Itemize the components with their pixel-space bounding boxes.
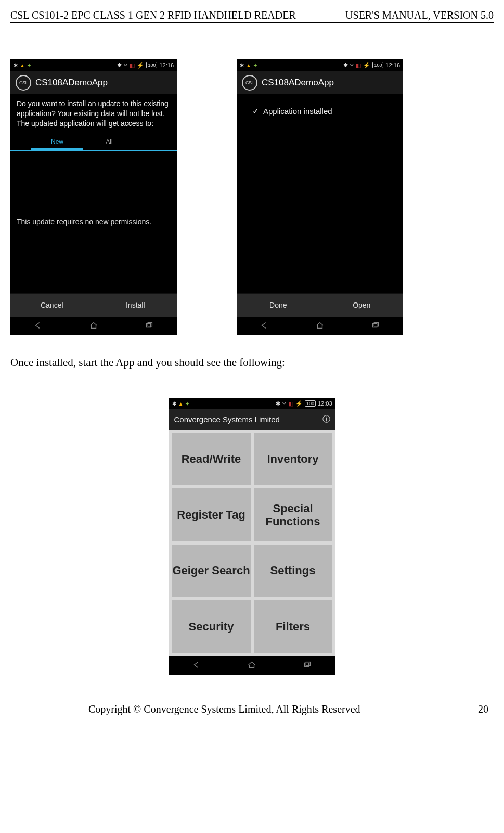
check-icon: ✓ — [252, 106, 259, 116]
status-bar: ✱ ▲ ✦ ✱ ⌔ ◧ ⚡ 100 12:16 — [10, 59, 177, 71]
special-functions-button[interactable]: Special Functions — [254, 488, 332, 541]
screenshot-install-prompt: ✱ ▲ ✦ ✱ ⌔ ◧ ⚡ 100 12:16 CSL CS108ADemoAp… — [10, 59, 177, 335]
status-time: 12:16 — [159, 62, 174, 68]
inventory-button[interactable]: Inventory — [254, 433, 332, 485]
geiger-search-button[interactable]: Geiger Search — [172, 545, 251, 597]
app-title: CS108ADemoApp — [35, 78, 108, 88]
status-bar: ✱ ▲ ✦ ✱ ⌔ ◧ ⚡ 100 12:03 — [169, 398, 335, 409]
install-button[interactable]: Install — [94, 293, 177, 317]
copyright-text: Copyright © Convergence Systems Limited,… — [88, 703, 360, 715]
installed-message: ✓ Application installed — [237, 94, 403, 116]
home-icon[interactable] — [315, 321, 325, 331]
android-icon: ✦ — [253, 62, 257, 68]
home-icon[interactable] — [89, 321, 98, 331]
system-nav-bar — [169, 656, 335, 675]
home-icon[interactable] — [247, 661, 256, 671]
charge-icon: ⚡ — [137, 62, 144, 69]
warning-icon: ▲ — [20, 62, 25, 68]
wifi-icon: ⌔ — [350, 62, 354, 68]
app-header: CSL CS108ADemoApp — [237, 71, 403, 94]
sim-icon: ◧ — [130, 62, 135, 69]
bluetooth-icon: ✱ — [172, 401, 176, 407]
bluetooth-icon: ✱ — [240, 62, 244, 68]
bluetooth-icon: ✱ — [276, 400, 280, 407]
battery-level: 100 — [146, 62, 157, 68]
app-title-bar: Convergence Systems Limited ⓘ — [169, 409, 335, 430]
system-nav-bar — [237, 317, 403, 335]
permissions-text: This update requires no new permissions. — [10, 212, 177, 231]
register-tag-button[interactable]: Register Tag — [172, 488, 251, 541]
android-icon: ✦ — [27, 62, 31, 68]
cancel-button[interactable]: Cancel — [10, 293, 94, 317]
charge-icon: ⚡ — [295, 400, 303, 407]
svg-rect-5 — [306, 662, 310, 665]
charge-icon: ⚡ — [363, 62, 370, 69]
filters-button[interactable]: Filters — [254, 600, 332, 653]
permission-tabs: New All — [31, 135, 135, 150]
page-number: 20 — [478, 703, 488, 715]
doc-header-left: CSL CS101-2 EPC CLASS 1 GEN 2 RFID HANDH… — [10, 9, 296, 21]
wifi-icon: ⌔ — [282, 400, 286, 407]
wifi-icon: ⌔ — [124, 62, 127, 68]
back-icon[interactable] — [192, 661, 201, 671]
battery-level: 100 — [372, 62, 383, 68]
system-nav-bar — [10, 317, 177, 335]
back-icon[interactable] — [260, 321, 269, 331]
android-icon: ✦ — [185, 401, 189, 407]
main-menu-grid: Read/Write Inventory Register Tag Specia… — [169, 430, 335, 656]
svg-rect-1 — [148, 322, 152, 326]
tab-new[interactable]: New — [31, 135, 83, 150]
installed-text: Application installed — [263, 107, 332, 116]
screenshot-app-main-menu: ✱ ▲ ✦ ✱ ⌔ ◧ ⚡ 100 12:03 Convergence Syst… — [169, 398, 335, 675]
recent-apps-icon[interactable] — [303, 661, 312, 671]
sim-icon: ◧ — [288, 400, 293, 407]
battery-level: 100 — [305, 400, 316, 407]
tab-all[interactable]: All — [83, 135, 135, 150]
bluetooth-icon: ✱ — [117, 62, 122, 69]
csl-logo-icon: CSL — [16, 75, 31, 91]
recent-apps-icon[interactable] — [145, 321, 154, 331]
svg-rect-0 — [146, 323, 150, 327]
status-bar: ✱ ▲ ✦ ✱ ⌔ ◧ ⚡ 100 12:16 — [237, 59, 403, 71]
bluetooth-icon: ✱ — [343, 62, 348, 69]
status-time: 12:16 — [385, 62, 400, 68]
svg-rect-4 — [305, 663, 309, 666]
read-write-button[interactable]: Read/Write — [172, 433, 251, 485]
svg-rect-3 — [374, 322, 378, 326]
status-time: 12:03 — [318, 400, 332, 407]
done-button[interactable]: Done — [237, 293, 320, 317]
screenshot-install-complete: ✱ ▲ ✦ ✱ ⌔ ◧ ⚡ 100 12:16 CSL CS108ADemoAp… — [237, 59, 403, 335]
settings-button[interactable]: Settings — [254, 545, 332, 597]
app-header: CSL CS108ADemoApp — [10, 71, 177, 94]
recent-apps-icon[interactable] — [371, 321, 380, 331]
csl-logo-icon: CSL — [242, 75, 257, 91]
warning-icon: ▲ — [178, 401, 184, 407]
sim-icon: ◧ — [356, 62, 361, 69]
svg-rect-2 — [372, 323, 377, 327]
install-info-text: Do you want to install an update to this… — [10, 94, 177, 133]
info-icon[interactable]: ⓘ — [322, 414, 330, 424]
open-button[interactable]: Open — [320, 293, 404, 317]
warning-icon: ▲ — [246, 62, 251, 68]
security-button[interactable]: Security — [172, 600, 251, 653]
doc-header-right: USER'S MANUAL, VERSION 5.0 — [345, 9, 494, 21]
body-paragraph: Once installed, start the App and you sh… — [10, 356, 494, 369]
app-title: Convergence Systems Limited — [174, 415, 280, 424]
back-icon[interactable] — [33, 321, 43, 331]
bluetooth-icon: ✱ — [14, 62, 18, 68]
app-title: CS108ADemoApp — [262, 78, 334, 88]
